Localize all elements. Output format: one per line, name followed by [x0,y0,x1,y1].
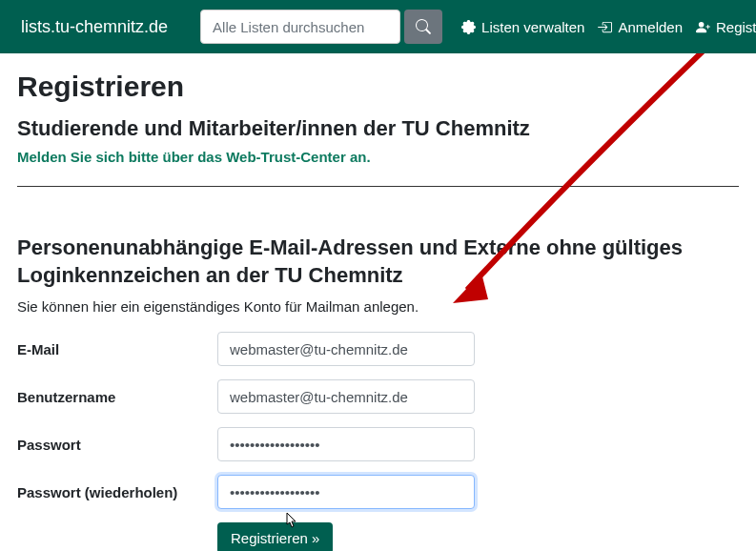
brand-link[interactable]: lists.tu-chemnitz.de [11,17,174,37]
nav-manage-lists[interactable]: Listen verwalten [461,19,584,35]
nav-register-label: Registrieren [716,19,756,35]
email-field[interactable] [217,332,475,366]
nav-manage-label: Listen verwalten [481,19,584,35]
label-password: Passwort [17,437,217,453]
label-password-repeat: Passwort (wiederholen) [17,484,217,500]
row-email: E-Mail [17,332,739,366]
username-field[interactable] [217,379,475,414]
user-plus-icon [696,20,710,34]
cursor-pointer-icon [282,511,299,532]
row-password-repeat: Passwort (wiederholen) [17,475,739,509]
search-form [200,10,442,44]
password-repeat-field[interactable] [217,475,475,509]
nav-login[interactable]: Anmelden [598,19,683,35]
wtc-login-link[interactable]: Melden Sie sich bitte über das Web-Trust… [17,149,371,165]
nav-register[interactable]: Registrieren [696,19,756,35]
page-title: Registrieren [17,71,739,103]
label-username: Benutzername [17,389,217,405]
section-intro: Sie können hier ein eigenständiges Konto… [17,298,739,315]
main-content: Registrieren Studierende und Mitarbeiter… [0,53,756,551]
label-email: E-Mail [17,341,217,357]
search-button[interactable] [404,10,442,44]
nav-links: Listen verwalten Anmelden Registrieren [461,19,756,35]
navbar: lists.tu-chemnitz.de Listen verwalten An… [0,0,756,53]
search-icon [416,19,431,34]
row-username: Benutzername [17,379,739,414]
submit-button[interactable]: Registrieren » [217,522,333,551]
section-external: Personenunabhängige E-Mail-Adressen und … [17,235,739,289]
row-password: Passwort [17,427,739,461]
search-input[interactable] [200,10,400,44]
login-icon [598,20,612,34]
divider [17,186,739,187]
section-students-staff: Studierende und Mitarbeiter/innen der TU… [17,116,739,141]
gear-icon [461,20,476,34]
nav-login-label: Anmelden [618,19,683,35]
password-field[interactable] [217,427,475,461]
